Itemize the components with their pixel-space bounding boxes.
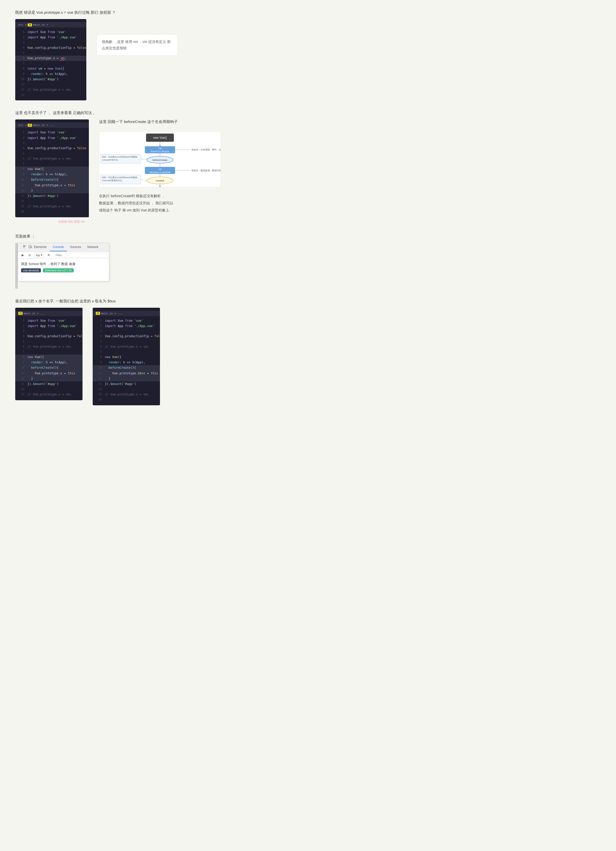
svg-line-14	[141, 159, 147, 160]
this-annotation: 当前的 this 就是 vm	[15, 219, 89, 224]
section-3: 页面效果 ： Elements	[15, 234, 601, 289]
tab-console-label: Console	[53, 245, 64, 249]
annotation-text-1: 很抱歉 ，这里 使用 vm ，vm 还没有定义 那么肯定也是报错	[102, 40, 171, 50]
inspect-icon	[23, 245, 27, 249]
code-block-4-right: JS main.js > ... 1 import Vue from 'vue'…	[93, 308, 160, 405]
code-line-highlighted: 10 beforeCreate(){	[15, 177, 89, 182]
tab-network[interactable]: Network	[84, 243, 102, 251]
vue-devtools-badge: vue-devtools	[21, 268, 41, 272]
section4-codes: JS main.js > ... 1 import Vue from 'vue'…	[15, 308, 601, 405]
code-line: 1 import Vue from 'vue'	[93, 318, 160, 323]
code-header-4l: JS main.js > ...	[15, 311, 82, 316]
svg-text:Events & Lifecycle: Events & Lifecycle	[151, 150, 169, 153]
dropdown-arrow: ▾	[41, 253, 42, 257]
section2-text1: 这里 也不卖关子了 ， 这里来看看 正确的写法 。	[15, 111, 601, 115]
code-line: 9 render: h => h(App),	[15, 71, 86, 77]
code-line: 3	[15, 40, 86, 45]
code-line: 2 import App from './App.vue'	[15, 135, 89, 141]
code-line: 7	[93, 349, 160, 355]
code-line: 5	[15, 339, 82, 344]
svg-rect-32	[29, 245, 31, 248]
svg-text:methods中配置的方法。: methods中配置的方法。	[102, 180, 124, 182]
tab-sources[interactable]: Sources	[67, 243, 84, 251]
svg-text:此时：可以通过vm访问到data中的数据、: 此时：可以通过vm访问到data中的数据、	[102, 177, 139, 179]
eye-icon[interactable]: 👁	[46, 253, 51, 257]
device-icon	[28, 245, 32, 249]
code-block-2: src > JS main.js > ... 1 import Vue from…	[15, 119, 89, 217]
code-line: 13 }).$mount('#app')	[93, 382, 160, 387]
page-label: 页面效果 ：	[15, 234, 601, 239]
code-line: 15 // Vue.prototype.x = vm;	[93, 392, 160, 397]
js-badge-1: JS	[28, 23, 32, 26]
code-line: 4 Vue.config.productionTip = false	[93, 334, 160, 339]
code-line-highlighted: 11 Vue.prototype.$bus = this	[93, 371, 160, 376]
code-line: 8 new Vue({	[93, 355, 160, 360]
top-select[interactable]: top ▾	[34, 253, 44, 257]
code-line-highlighted: 12 }	[15, 376, 82, 382]
this-annotation-text: 当前的 this 就是 vm	[58, 220, 85, 223]
code-line: 14	[15, 199, 89, 204]
lifecycle-diagram: new Vue() Init Events & Lifecycle 初始化：生命…	[99, 131, 221, 187]
code-line-highlighted: 6 Vue.prototype.x = vm;	[15, 56, 86, 61]
devtools-sidebar-bar	[15, 243, 18, 289]
code-line: 3	[15, 329, 82, 334]
js-badge-4l: JS	[18, 312, 22, 315]
devtools-panel[interactable]: Elements Console Sources Network ▶ ⊘ top	[18, 243, 109, 281]
devtools-wrapper: Elements Console Sources Network ▶ ⊘ top	[15, 243, 601, 289]
svg-text:new Vue(): new Vue()	[153, 136, 167, 140]
section1-text: 既然 错误是 Vue.prototype.x = vue 执行过晚 那们 放前面…	[15, 10, 601, 15]
code-line: 1 import Vue from 'vue'	[15, 130, 89, 135]
svg-text:初始化：数据监测、数据代理。: 初始化：数据监测、数据代理。	[192, 169, 221, 172]
code-header-1: src > JS main.js > ...	[15, 22, 86, 27]
code-line-highlighted: 10 beforeCreate(){	[93, 365, 160, 370]
code-line: 15 // Vue.prototype.x = vm;	[15, 204, 89, 209]
code-line-highlighted: 8 new Vue({	[15, 167, 89, 172]
svg-text:beforeCreate: beforeCreate	[153, 159, 167, 161]
filter-input[interactable]	[53, 253, 107, 257]
code-line: 4 Vue.config.productionTip = false	[15, 334, 82, 339]
js-badge-2: JS	[28, 124, 32, 127]
section-4: 最后我们把 x 改个名字. 一般我们会把 这里的 x 取名为 $bus JS m…	[15, 299, 601, 405]
section1-annotation: 很抱歉 ，这里 使用 vm ，vm 还没有定义 那么肯定也是报错	[96, 34, 178, 56]
code-path-1: src >	[18, 23, 27, 26]
code-line-highlighted: 9 render: h => h(App),	[15, 360, 82, 365]
tab-console[interactable]: Console	[50, 243, 67, 251]
tab-network-label: Network	[87, 245, 99, 249]
code-line: 2 import App from './App.vue'	[15, 35, 86, 40]
code-line-highlighted: 11 Vue.prototype.x = this	[15, 183, 89, 188]
section2-text2: 这里 回顾一下 beforeCreate 这个生命周期钩子	[99, 119, 221, 124]
code-line: 7	[15, 349, 82, 355]
code-line: 14	[15, 387, 82, 392]
code-block-2-wrapper: src > JS main.js > ... 1 import Vue from…	[15, 119, 89, 224]
play-icon[interactable]: ▶	[20, 253, 25, 257]
svg-text:injections & reactivity: injections & reactivity	[149, 171, 171, 174]
section1-content: src > JS main.js > ... 1 import Vue from…	[15, 19, 601, 101]
code-block-1: src > JS main.js > ... 1 import Vue from…	[15, 19, 86, 101]
code-line: 9 render: h => h(App),	[93, 360, 160, 365]
code-line: 5	[15, 51, 86, 56]
code-header-2: src > JS main.js > ...	[15, 122, 89, 128]
code-line-highlighted: 12 }	[93, 376, 160, 382]
lifecycle-descriptions: 在执行 beforeCreate时 模板还没有解析 ， 数据监测 ，数据代理也还…	[99, 192, 221, 214]
lifecycle-desc-2: 数据监测 ，数据代理也还没开始 ， 我们就可以	[99, 200, 221, 207]
code-header-4r: JS main.js > ...	[93, 311, 160, 316]
detected-badge: Detected Vue v2.7.14	[43, 268, 73, 272]
code-line: 5	[15, 151, 89, 156]
devtools-toolbar: ▶ ⊘ top ▾ 👁	[18, 251, 109, 259]
code-line: 3	[15, 141, 89, 146]
block-icon[interactable]: ⊘	[27, 253, 32, 257]
tab-elements[interactable]: Elements	[20, 243, 50, 251]
code-line-highlighted: 10 beforeCreate(){	[15, 365, 82, 370]
code-line: 1 import Vue from 'vue'	[15, 318, 82, 323]
tab-elements-label: Elements	[34, 245, 47, 249]
section4-text: 最后我们把 x 改个名字. 一般我们会把 这里的 x 取名为 $bus	[15, 299, 601, 304]
expand-arrow[interactable]: ›	[18, 275, 109, 281]
code-line: 8 const vm = new Vue({	[15, 66, 86, 71]
console-log: 我是 School 组件 ，收到了 数据 迪迦	[21, 261, 106, 267]
code-line: 10 }).$mount('#app')	[15, 77, 86, 82]
js-badge-4r: JS	[96, 312, 100, 315]
devtools-tabs-bar: Elements Console Sources Network	[18, 243, 109, 252]
svg-text:created: created	[156, 179, 164, 182]
lifecycle-desc-1: 在执行 beforeCreate时 模板还没有解析 ，	[99, 192, 221, 200]
code-line: 5	[93, 339, 160, 344]
